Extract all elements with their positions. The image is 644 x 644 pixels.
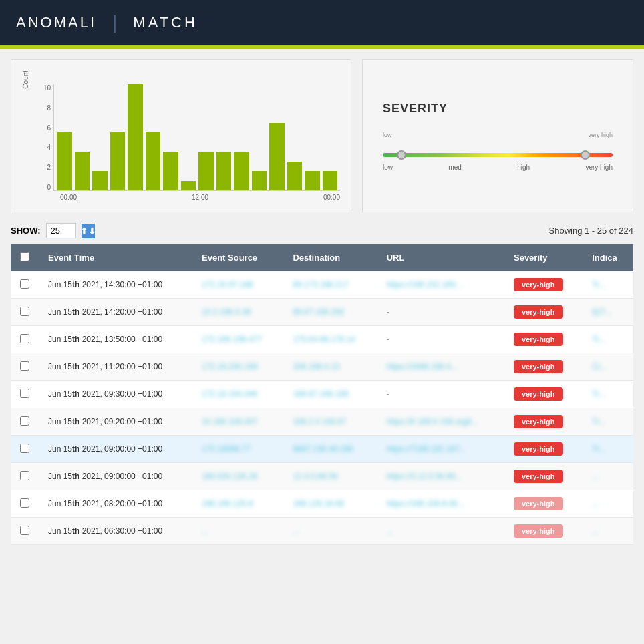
- table-row: Jun 15th 2021, 09:30:00 +01:00172.18.194…: [11, 381, 633, 408]
- app-logo: ANOMALI: [16, 14, 96, 31]
- select-all-checkbox[interactable]: [20, 252, 29, 261]
- row-checkbox-cell: [11, 490, 39, 518]
- bar-8: [198, 152, 214, 190]
- destination: 89.173.188.217: [283, 271, 377, 299]
- severity-axis-labels: low med high very high: [383, 164, 613, 171]
- severity-badge: very-high: [514, 497, 563, 510]
- destination: 188.87.168.189: [283, 381, 377, 408]
- severity-handle-high[interactable]: [581, 150, 590, 160]
- event-source: 172.16.97.188: [192, 271, 283, 299]
- indicator: Tr...: [583, 436, 633, 463]
- table-container: Event Time Event Source Destination URL …: [0, 244, 644, 556]
- severity: very-high: [504, 436, 583, 463]
- bar-5: [146, 132, 161, 190]
- severity-range-labels: low very high: [383, 132, 613, 138]
- bar-chart-panel: Count 10 8 6 4 2 0 00:0012:0000:00: [11, 59, 351, 212]
- table-row: Jun 15th 2021, 08:20:00 +01:00188.186.12…: [11, 490, 633, 518]
- severity-badge: very-high: [514, 470, 563, 483]
- row-checkbox[interactable]: [20, 498, 29, 508]
- bar-7: [181, 181, 196, 190]
- severity-track: [383, 153, 613, 157]
- severity-panel: SEVERITY low very high low med high very…: [362, 59, 633, 212]
- controls-bar: SHOW: ⬆⬇ Showing 1 - 25 of 224: [0, 218, 644, 244]
- row-checkbox[interactable]: [20, 444, 29, 453]
- row-checkbox[interactable]: [20, 526, 29, 535]
- bar-11: [252, 171, 267, 190]
- table-row: Jun 15th 2021, 14:20:00 +01:0010.2.196.0…: [11, 299, 633, 326]
- severity-badge: very-high: [514, 333, 563, 346]
- event-source: 188.186.120.8: [192, 490, 283, 518]
- severity-badge: very-high: [514, 387, 563, 401]
- indicator: Tr...: [583, 408, 633, 436]
- destination: 188.126.18.68: [283, 490, 377, 518]
- col-severity[interactable]: Severity: [504, 244, 583, 271]
- show-control: SHOW: ⬆⬇: [11, 223, 95, 238]
- event-source: ...: [192, 518, 283, 545]
- event-time: Jun 15th 2021, 08:20:00 +01:00: [39, 490, 192, 518]
- severity-badge: very-high: [514, 305, 563, 319]
- row-checkbox[interactable]: [20, 279, 29, 289]
- event-source: 172.18.200.168: [192, 353, 283, 381]
- table-body: Jun 15th 2021, 14:30:00 +01:00172.16.97.…: [11, 271, 633, 545]
- row-checkbox-cell: [11, 518, 39, 545]
- event-time: Jun 15th 2021, 06:30:00 +01:00: [39, 518, 192, 545]
- indicator: Tr...: [583, 381, 633, 408]
- row-checkbox[interactable]: [20, 389, 29, 398]
- bar-4: [128, 84, 143, 190]
- col-indicator[interactable]: Indica: [583, 244, 633, 271]
- bar-3: [110, 132, 126, 190]
- row-checkbox-cell: [11, 381, 39, 408]
- col-event-source[interactable]: Event Source: [192, 244, 283, 271]
- event-time: Jun 15th 2021, 09:30:00 +01:00: [39, 381, 192, 408]
- table-row: Jun 15th 2021, 09:00:00 +01:00172.19068.…: [11, 436, 633, 463]
- row-checkbox[interactable]: [20, 307, 29, 316]
- destination: 198.2.4 168.67: [283, 408, 377, 436]
- severity-handle-low[interactable]: [397, 150, 406, 160]
- row-checkbox[interactable]: [20, 471, 29, 480]
- severity: very-high: [504, 490, 583, 518]
- charts-area: Count 10 8 6 4 2 0 00:0012:0000:00: [0, 49, 644, 218]
- col-destination[interactable]: Destination: [283, 244, 377, 271]
- indicator: Cr...: [583, 353, 633, 381]
- row-checkbox-cell: [11, 353, 39, 381]
- show-spinner[interactable]: ⬆⬇: [82, 224, 95, 238]
- severity: very-high: [504, 518, 583, 545]
- url: ...: [377, 518, 504, 545]
- y-axis: 10 8 6 4 2 0: [33, 84, 53, 191]
- row-checkbox[interactable]: [20, 361, 29, 371]
- bar-15: [323, 171, 338, 190]
- event-source: 172.19068.77: [192, 436, 283, 463]
- url: -: [377, 299, 504, 326]
- indicator: ...: [583, 463, 633, 490]
- bar-0: [57, 132, 72, 190]
- show-input[interactable]: [46, 223, 76, 238]
- severity: very-high: [504, 381, 583, 408]
- event-time: Jun 15th 2021, 09:00:00 +01:00: [39, 436, 192, 463]
- bar-14: [305, 171, 320, 190]
- table-row: Jun 15th 2021, 13:50:00 +01:00172.186.19…: [11, 326, 633, 353]
- destination: ...: [283, 518, 377, 545]
- bar-6: [163, 152, 178, 190]
- destination: 12.4.0.88.09: [283, 463, 377, 490]
- table-header: Event Time Event Source Destination URL …: [11, 244, 633, 271]
- severity-badge: very-high: [514, 442, 563, 456]
- row-checkbox-cell: [11, 271, 39, 299]
- severity: very-high: [504, 271, 583, 299]
- header-divider: |: [112, 12, 117, 33]
- app-header: ANOMALI | MATCH: [0, 0, 644, 45]
- col-url[interactable]: URL: [377, 244, 504, 271]
- row-checkbox-cell: [11, 463, 39, 490]
- row-checkbox[interactable]: [20, 416, 29, 426]
- row-checkbox[interactable]: [20, 334, 29, 343]
- indicator: ...: [583, 518, 633, 545]
- indicator: ...: [583, 490, 633, 518]
- row-checkbox-cell: [11, 326, 39, 353]
- event-time: Jun 15th 2021, 09:00:00 +01:00: [39, 463, 192, 490]
- severity: very-high: [504, 326, 583, 353]
- col-event-time[interactable]: Event Time: [39, 244, 192, 271]
- table-row: Jun 15th 2021, 09:00:00 +01:00180.026.12…: [11, 463, 633, 490]
- destination: 8887.136.49.188: [283, 436, 377, 463]
- col-checkbox: [11, 244, 39, 271]
- severity: very-high: [504, 353, 583, 381]
- row-checkbox-cell: [11, 408, 39, 436]
